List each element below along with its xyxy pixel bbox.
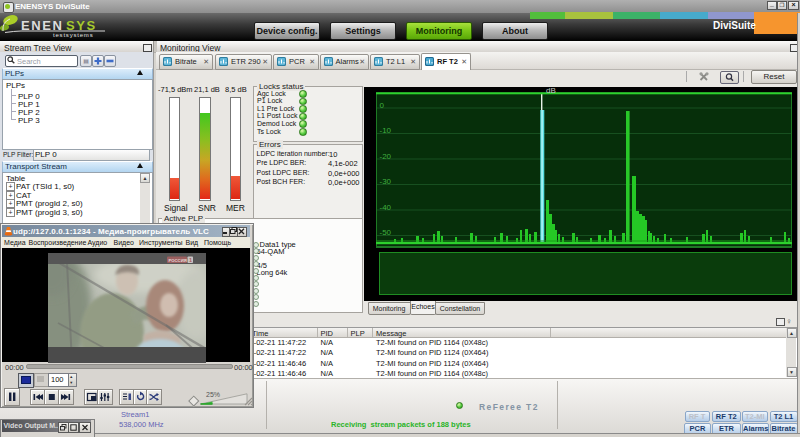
svg-text:-50: -50 <box>380 228 392 237</box>
svg-text:SYS: SYS <box>66 18 97 33</box>
svg-text:РОССИЯ: РОССИЯ <box>169 257 187 262</box>
svg-text:-30: -30 <box>380 177 392 186</box>
svg-text:0: 0 <box>380 101 385 110</box>
svg-text:-10: -10 <box>380 126 392 135</box>
svg-text:-40: -40 <box>380 203 392 212</box>
svg-text:ENEN: ENEN <box>21 18 64 33</box>
svg-text:1: 1 <box>189 256 192 262</box>
svg-text:testsystems: testsystems <box>53 32 93 38</box>
svg-text:-20: -20 <box>380 152 392 161</box>
